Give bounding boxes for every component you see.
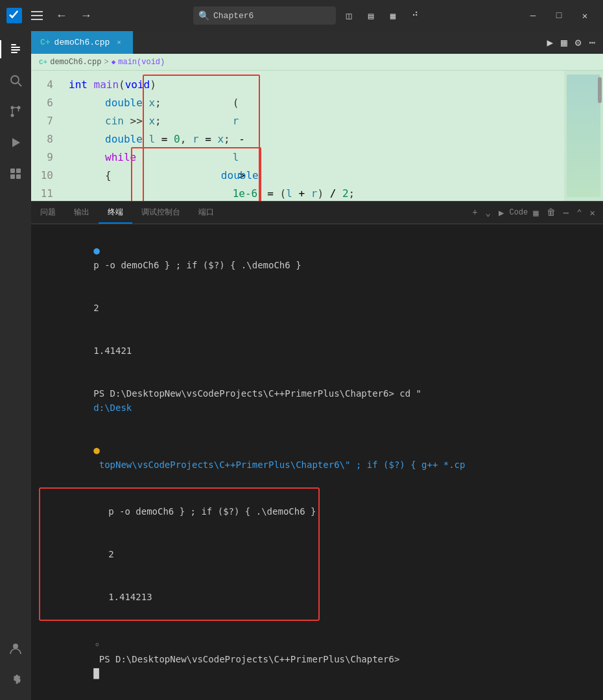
token-int: int: [69, 76, 88, 94]
breadcrumb: C+ demoCh6.cpp > ◆ main(void): [31, 54, 603, 71]
breadcrumb-file[interactable]: demoCh6.cpp: [50, 58, 101, 67]
terminal-run-icon[interactable]: ▶: [496, 206, 506, 220]
tab-bar-actions: ▶ ▦ ⚙ ⋯: [539, 31, 603, 54]
tab-close-button[interactable]: ×: [113, 38, 124, 48]
trash-icon[interactable]: 🗑: [544, 206, 558, 219]
panel-tab-problems[interactable]: 问题: [31, 202, 65, 224]
term-ps-1a: PS D:\DesktopNew\vsCodeProjects\C++Prime…: [93, 388, 421, 399]
highlight-double-mid: double mid: [131, 147, 261, 201]
minimize-button[interactable]: —: [521, 6, 545, 25]
line-num-10: 10: [31, 167, 64, 185]
explorer-icon[interactable]: [0, 34, 31, 65]
svg-line-5: [18, 83, 21, 86]
panel-area: 问题 输出 终端 调试控制台 端口 + ⌄ ▶ Code ▦ 🗑 ⋯ ⌃ ✕: [31, 201, 603, 700]
code-editor[interactable]: 4 6 7 8 9 10 11 12 13 14 15 16 17 18 19: [31, 71, 603, 201]
term-result-8: 1.414213: [108, 592, 152, 602]
run-icon[interactable]: ▶: [544, 35, 556, 51]
add-terminal-icon[interactable]: +: [469, 206, 480, 219]
hamburger-menu[interactable]: [27, 6, 47, 25]
panel-up-icon[interactable]: ⌃: [574, 206, 584, 220]
titlebar-center: 🔍 Chapter6 ◫ ▤ ▦ ⠚: [101, 6, 516, 25]
minimap-content: [567, 75, 600, 197]
term-result-2: 2: [93, 303, 99, 313]
editor-area: C+ demoCh6.cpp × ▶ ▦ ⚙ ⋯ C+ demoCh6.cpp …: [31, 31, 603, 201]
svg-rect-1: [11, 47, 20, 48]
search-icon: 🔍: [198, 10, 209, 21]
activity-bar-bottom: [0, 633, 31, 700]
term-result-7: 2: [108, 549, 113, 559]
term-cursor: █: [93, 668, 99, 679]
cpp-file-icon: C+: [40, 38, 51, 47]
svg-point-7: [11, 114, 14, 117]
back-button[interactable]: ←: [52, 6, 71, 25]
breadcrumb-file-icon: C+: [39, 58, 47, 66]
line-num-11: 11: [31, 185, 64, 201]
search-bar[interactable]: 🔍 Chapter6: [193, 6, 336, 25]
panel-tab-output[interactable]: 输出: [65, 202, 99, 224]
panel-tab-debug[interactable]: 调试控制台: [132, 202, 189, 224]
settings-icon[interactable]: [0, 664, 31, 695]
search-activity-icon[interactable]: [0, 65, 31, 96]
svg-point-14: [13, 644, 18, 649]
term-line-9: ⚬ PS D:\DesktopNew\vsCodeProjects\C++Pri…: [39, 624, 595, 695]
run-debug-icon[interactable]: [0, 127, 31, 158]
panel-tab-ports[interactable]: 端口: [189, 202, 223, 224]
term-text-1: p -o demoCh6 } ; if ($?) { .\demoCh6 }: [93, 260, 301, 270]
token-main: main: [94, 76, 119, 94]
forward-button[interactable]: →: [77, 6, 96, 25]
title-bar: ← → 🔍 Chapter6 ◫ ▤ ▦ ⠚ — □ ✕: [0, 0, 603, 31]
term-line-4: PS D:\DesktopNew\vsCodeProjects\C++Prime…: [39, 372, 595, 429]
term-text-6: p -o demoCh6 } ; if ($?) { .\demoCh6 }: [108, 506, 316, 517]
scrollbar[interactable]: [598, 71, 602, 201]
terminal-content[interactable]: ● p -o demoCh6 } ; if ($?) { .\demoCh6 }…: [31, 224, 603, 700]
scroll-thumb[interactable]: [598, 77, 602, 103]
breadcrumb-sep: >: [104, 58, 108, 67]
term-text-5: topNew\vsCodeProjects\C++PrimerPlus\Chap…: [93, 460, 465, 470]
panel-more-icon[interactable]: ⋯: [561, 206, 571, 220]
token-double-lr: double: [105, 130, 143, 148]
breadcrumb-shape-icon: ◆: [112, 58, 116, 66]
gear-tab-icon[interactable]: ⚙: [573, 35, 584, 51]
term-result-3: 1.41421: [93, 345, 132, 356]
split-terminal-icon[interactable]: ▦: [530, 206, 541, 220]
svg-rect-13: [16, 174, 21, 179]
svg-marker-9: [12, 138, 20, 147]
term-bullet-1: ●: [93, 244, 100, 257]
layout-btn-4[interactable]: ⠚: [406, 8, 424, 23]
term-ps-final: PS D:\DesktopNew\vsCodeProjects\C++Prime…: [93, 654, 405, 664]
split-editor-icon[interactable]: ▦: [558, 35, 570, 51]
source-control-icon[interactable]: [0, 96, 31, 127]
panel-tab-terminal[interactable]: 终端: [99, 202, 132, 224]
tab-filename: demoCh6.cpp: [54, 38, 110, 47]
vscode-logo: [6, 8, 22, 23]
panel-tabs: 问题 输出 终端 调试控制台 端口 + ⌄ ▶ Code ▦ 🗑 ⋯ ⌃ ✕: [31, 202, 603, 224]
more-actions-icon[interactable]: ⋯: [586, 35, 598, 51]
account-icon[interactable]: [0, 633, 31, 664]
terminal-highlight-box: p -o demoCh6 } ; if ($?) { .\demoCh6 } 2…: [39, 487, 320, 621]
svg-rect-2: [11, 49, 20, 51]
term-line-8: 1.414213: [43, 576, 316, 618]
minimap: [564, 71, 603, 201]
token-space: [88, 76, 94, 94]
code-label: Code: [509, 208, 528, 217]
panel-close-icon[interactable]: ✕: [587, 206, 598, 220]
extensions-icon[interactable]: [0, 158, 31, 189]
line-num-9: 9: [31, 148, 64, 167]
term-line-7: 2: [43, 533, 316, 576]
svg-point-4: [11, 76, 19, 84]
svg-rect-10: [10, 169, 15, 173]
titlebar-left: ← →: [6, 6, 96, 25]
code-content: int main ( void ) double x ;: [64, 71, 564, 201]
close-button[interactable]: ✕: [573, 6, 597, 25]
file-tab[interactable]: C+ demoCh6.cpp ×: [31, 31, 134, 54]
layout-btn-2[interactable]: ▤: [362, 8, 380, 23]
terminal-dropdown-icon[interactable]: ⌄: [483, 206, 493, 220]
layout-btn-1[interactable]: ◫: [340, 8, 358, 23]
maximize-button[interactable]: □: [547, 6, 571, 25]
layout-btn-3[interactable]: ▦: [384, 8, 402, 23]
panel-actions: + ⌄ ▶ Code ▦ 🗑 ⋯ ⌃ ✕: [464, 202, 603, 224]
line-num-6: 6: [31, 94, 64, 112]
svg-point-6: [11, 106, 14, 110]
breadcrumb-func[interactable]: main(void): [118, 58, 165, 67]
term-line-5: ● topNew\vsCodeProjects\C++PrimerPlus\Ch…: [39, 429, 595, 486]
